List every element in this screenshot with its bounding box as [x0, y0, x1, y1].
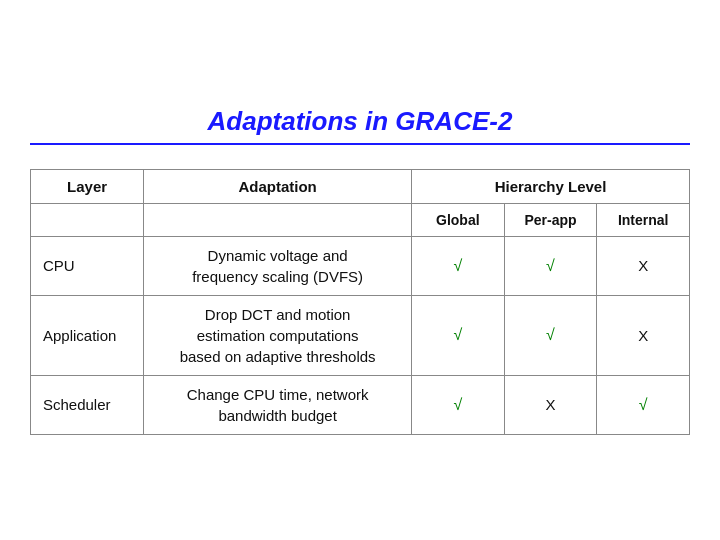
table-row: Scheduler Change CPU time, networkbandwi…: [31, 375, 690, 434]
header-adaptation-empty: [144, 203, 412, 236]
table-row: Application Drop DCT and motionestimatio…: [31, 295, 690, 375]
row-sched-adaptation: Change CPU time, networkbandwidth budget: [144, 375, 412, 434]
cross-icon: X: [638, 257, 648, 274]
row-sched-layer: Scheduler: [31, 375, 144, 434]
check-icon: √: [546, 257, 555, 274]
row-app-adaptation: Drop DCT and motionestimation computatio…: [144, 295, 412, 375]
header-hierarchy: Hierarchy Level: [411, 169, 689, 203]
adaptations-table: Layer Adaptation Hierarchy Level Global …: [30, 169, 690, 435]
title-divider: [30, 143, 690, 145]
row-sched-internal: √: [597, 375, 690, 434]
page-container: Adaptations in GRACE-2 Layer Adaptation …: [20, 86, 700, 455]
header-layer-empty: [31, 203, 144, 236]
cross-icon: X: [545, 396, 555, 413]
page-title: Adaptations in GRACE-2: [30, 106, 690, 137]
check-icon: √: [453, 257, 462, 274]
row-cpu-layer: CPU: [31, 236, 144, 295]
header-row-sub: Global Per-app Internal: [31, 203, 690, 236]
check-icon: √: [453, 326, 462, 343]
row-app-internal: X: [597, 295, 690, 375]
row-cpu-perapp: √: [504, 236, 597, 295]
table-row: CPU Dynamic voltage andfrequency scaling…: [31, 236, 690, 295]
header-global: Global: [411, 203, 504, 236]
row-cpu-adaptation: Dynamic voltage andfrequency scaling (DV…: [144, 236, 412, 295]
check-icon: √: [453, 396, 462, 413]
header-perapp: Per-app: [504, 203, 597, 236]
row-app-global: √: [411, 295, 504, 375]
row-app-perapp: √: [504, 295, 597, 375]
row-app-layer: Application: [31, 295, 144, 375]
header-internal: Internal: [597, 203, 690, 236]
row-cpu-global: √: [411, 236, 504, 295]
check-icon: √: [639, 396, 648, 413]
check-icon: √: [546, 326, 555, 343]
header-row-main: Layer Adaptation Hierarchy Level: [31, 169, 690, 203]
row-sched-global: √: [411, 375, 504, 434]
header-layer: Layer: [31, 169, 144, 203]
row-cpu-internal: X: [597, 236, 690, 295]
row-sched-perapp: X: [504, 375, 597, 434]
cross-icon: X: [638, 327, 648, 344]
header-adaptation: Adaptation: [144, 169, 412, 203]
